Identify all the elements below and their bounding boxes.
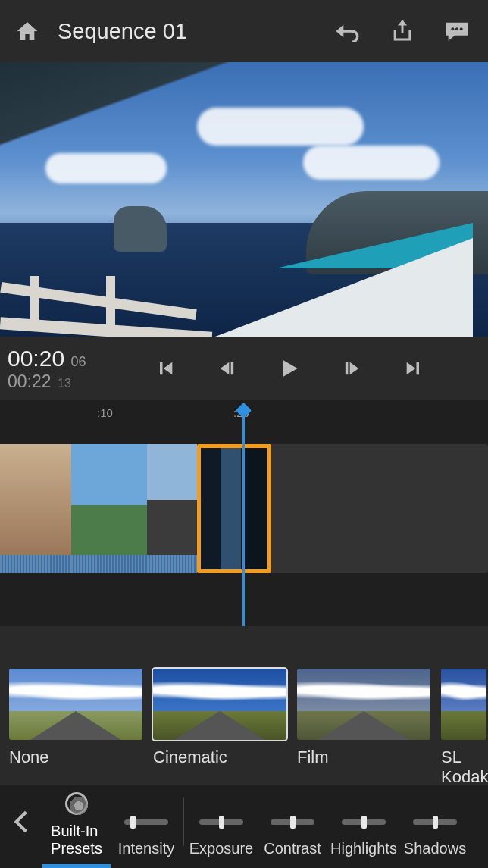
preset-label: None [9,747,142,767]
shadows-control[interactable]: Shadows [399,785,471,857]
clip-selected[interactable] [197,444,271,573]
clip[interactable] [147,444,197,573]
preset-none[interactable]: None [9,669,142,785]
presets-icon [65,792,88,815]
frame-back-icon [217,358,238,379]
skip-forward-icon [403,358,424,379]
clip[interactable] [71,444,147,573]
preset-label: Cinematic [153,747,286,767]
undo-button[interactable] [335,18,361,44]
playback-bar: 00:20 06 00:22 13 [0,337,488,400]
app-header: Sequence 01 [0,0,488,62]
transport-controls [121,355,458,382]
preset-cinematic[interactable]: Cinematic [153,669,286,785]
share-icon [391,19,414,43]
feedback-button[interactable] [444,18,470,44]
current-frames: 06 [71,354,86,369]
preset-label: Film [297,747,430,767]
frame-forward-icon [341,358,362,379]
builtin-presets-label: Built-InPresets [51,823,102,857]
preset-sl-kodak[interactable]: SL Kodak [441,669,486,785]
play-button[interactable] [276,355,303,382]
skip-back-icon [155,358,176,379]
home-icon [15,19,39,43]
ruler-tick: :10 [97,406,113,419]
chevron-left-icon [14,810,29,834]
exposure-control[interactable]: Exposure [186,785,257,857]
skip-forward-button[interactable] [400,355,427,382]
builtin-presets-tab[interactable]: Built-InPresets [42,785,111,857]
back-button[interactable] [0,785,42,857]
preset-strip[interactable]: None Cinematic Film SL Kodak [0,658,488,785]
header-actions [335,18,470,44]
home-button[interactable] [14,17,41,45]
spacer [0,626,488,658]
empty-track[interactable] [271,444,488,573]
share-button[interactable] [389,18,415,44]
intensity-control[interactable]: Intensity [111,785,182,857]
separator [183,797,184,846]
preset-label: SL Kodak [441,747,486,785]
speech-bubble-icon [444,20,470,42]
svg-point-1 [455,27,458,30]
playhead[interactable] [242,406,245,626]
shadows-label: Shadows [404,840,466,857]
duration-frames: 13 [58,377,71,390]
intensity-label: Intensity [118,840,174,857]
preset-film[interactable]: Film [297,669,430,785]
skip-back-button[interactable] [152,355,179,382]
exposure-label: Exposure [189,840,254,857]
contrast-control[interactable]: Contrast [257,785,328,857]
play-icon [277,356,302,381]
highlights-label: Highlights [330,840,397,857]
contrast-label: Contrast [264,840,321,857]
undo-icon [335,20,361,42]
video-preview[interactable] [0,62,488,337]
clip[interactable] [0,444,71,573]
highlights-control[interactable]: Highlights [328,785,399,857]
duration-time: 00:22 [8,371,52,391]
svg-point-0 [451,27,454,30]
adjustments-bar: Built-InPresets Intensity Exposure Contr… [0,785,488,868]
svg-point-2 [460,27,463,30]
frame-back-button[interactable] [214,355,241,382]
timeline[interactable]: :10 :20 [0,400,488,626]
sequence-title: Sequence 01 [58,19,335,44]
current-time: 00:20 [8,346,64,371]
timecode: 00:20 06 00:22 13 [0,346,121,392]
frame-forward-button[interactable] [338,355,365,382]
